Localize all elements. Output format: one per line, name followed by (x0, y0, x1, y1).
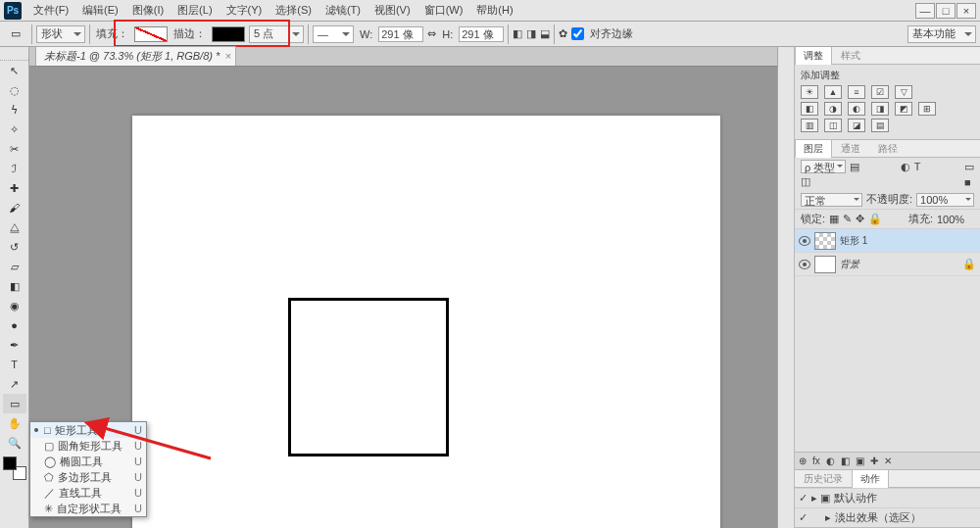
eraser-tool[interactable]: ▱ (3, 257, 26, 276)
adj-levels-icon[interactable]: ▲ (824, 85, 842, 99)
path-op-1-icon[interactable]: ◧ (513, 27, 522, 40)
flyout-custom-shape[interactable]: ✳ 自定形状工具 U (30, 501, 146, 516)
height-input[interactable]: 291 像 (459, 26, 504, 42)
layer-row[interactable]: 矩形 1 (795, 229, 980, 253)
tab-history[interactable]: 历史记录 (795, 469, 852, 488)
adj-icon[interactable]: ◐ (848, 102, 865, 116)
adj-icon[interactable]: ◧ (801, 102, 818, 116)
path-op-3-icon[interactable]: ⬓ (540, 27, 550, 40)
type-tool[interactable]: T (3, 355, 26, 374)
fx-icon[interactable]: fx (812, 456, 820, 466)
shape-mode-dropdown[interactable]: 形状 (36, 25, 85, 43)
close-tab-icon[interactable]: × (225, 50, 231, 62)
action-row[interactable]: ✓ ▸ ▣ 默认动作 (795, 488, 980, 507)
eyedropper-tool[interactable]: ℐ (3, 159, 26, 178)
adj-icon[interactable]: ▥ (801, 119, 818, 132)
adj-exposure-icon[interactable]: ☑ (871, 85, 889, 99)
fg-color-swatch[interactable] (3, 456, 17, 470)
tab-actions[interactable]: 动作 (852, 469, 889, 488)
menu-help[interactable]: 帮助(H) (470, 1, 518, 20)
visibility-icon[interactable] (799, 260, 810, 269)
adj-icon[interactable]: ◨ (871, 102, 889, 116)
align-edges-checkbox[interactable] (571, 27, 584, 40)
flyout-rounded-rect[interactable]: ▢ 圆角矩形工具 U (30, 438, 146, 454)
fill-swatch[interactable] (134, 26, 168, 42)
wand-tool[interactable]: ✧ (3, 120, 26, 139)
stamp-tool[interactable]: ⧋ (3, 217, 26, 237)
menu-type[interactable]: 文字(Y) (220, 1, 269, 20)
action-row[interactable]: ✓ ▸ 淡出效果（选区） (795, 507, 980, 527)
adj-vibrance-icon[interactable]: ▽ (895, 85, 912, 99)
fill-opacity-input[interactable]: 100% (937, 214, 974, 225)
flyout-line[interactable]: ／ 直线工具 U (30, 485, 146, 501)
filter-adjust-icon[interactable]: ◐ (901, 161, 910, 173)
hand-tool[interactable]: ✋ (3, 413, 26, 433)
lasso-tool[interactable]: ϟ (3, 100, 26, 120)
adj-icon[interactable]: ▤ (871, 119, 889, 132)
layer-thumb[interactable] (814, 232, 836, 250)
delete-layer-icon[interactable]: ✕ (884, 456, 892, 466)
layer-thumb[interactable] (814, 256, 836, 273)
adj-icon[interactable]: ◩ (895, 102, 912, 116)
adj-icon[interactable]: ◫ (824, 119, 842, 132)
flyout-rectangle[interactable]: □ 矩形工具 U (30, 422, 146, 438)
menu-edit[interactable]: 编辑(E) (76, 1, 124, 20)
tab-layers[interactable]: 图层 (795, 139, 832, 158)
dock-strip[interactable] (778, 47, 794, 528)
adj-curves-icon[interactable]: ≡ (848, 85, 865, 99)
marquee-tool[interactable]: ◌ (3, 80, 26, 100)
minimize-button[interactable]: — (915, 3, 935, 19)
opacity-input[interactable]: 100% (916, 193, 974, 207)
filter-toggle[interactable]: ■ (964, 176, 974, 188)
lock-pixels-icon[interactable]: ▦ (829, 213, 839, 225)
new-layer-icon[interactable]: ✚ (870, 456, 878, 466)
menu-window[interactable]: 窗口(W) (418, 1, 469, 20)
heal-tool[interactable]: ✚ (3, 178, 26, 198)
zoom-tool[interactable]: 🔍 (3, 433, 26, 453)
flyout-polygon[interactable]: ⬠ 多边形工具 U (30, 469, 146, 485)
color-control[interactable] (3, 456, 26, 480)
path-op-2-icon[interactable]: ◨ (526, 27, 536, 40)
pen-tool[interactable]: ✒ (3, 335, 26, 355)
menu-layer[interactable]: 图层(L) (172, 1, 218, 20)
tool-preset-icon[interactable]: ▭ (4, 24, 27, 44)
shape-tool[interactable]: ▭ (3, 394, 26, 413)
link-icon[interactable]: ⇔ (427, 27, 436, 40)
workspace-switcher[interactable]: 基本功能 (907, 25, 976, 43)
canvas[interactable] (132, 116, 720, 528)
adj-icon[interactable]: ◑ (824, 102, 842, 116)
flyout-ellipse[interactable]: ◯ 椭圆工具 U (30, 454, 146, 469)
blur-tool[interactable]: ◉ (3, 296, 26, 315)
lock-paint-icon[interactable]: ✎ (843, 213, 852, 225)
maximize-button[interactable]: □ (936, 3, 956, 19)
lock-pos-icon[interactable]: ✥ (856, 213, 864, 225)
tab-styles[interactable]: 样式 (832, 46, 869, 65)
tab-adjustments[interactable]: 调整 (795, 46, 832, 65)
path-select-tool[interactable]: ↗ (3, 374, 26, 394)
menu-view[interactable]: 视图(V) (368, 1, 416, 20)
filter-shape-icon[interactable]: ▭ (964, 161, 974, 173)
move-tool[interactable]: ↖ (3, 61, 26, 80)
menu-image[interactable]: 图像(I) (126, 1, 170, 20)
mask-icon[interactable]: ◐ (826, 456, 835, 466)
brush-tool[interactable]: 🖌 (3, 198, 26, 217)
filter-type-icon[interactable]: T (914, 161, 960, 172)
lock-all-icon[interactable]: 🔒 (868, 213, 882, 225)
adj-brightness-icon[interactable]: ☀ (801, 85, 818, 99)
stroke-swatch[interactable] (212, 26, 245, 42)
group-icon[interactable]: ▣ (856, 456, 864, 466)
dodge-tool[interactable]: ● (3, 315, 26, 335)
menu-select[interactable]: 选择(S) (270, 1, 318, 20)
layer-name[interactable]: 背景 (840, 258, 859, 271)
history-brush-tool[interactable]: ↺ (3, 237, 26, 257)
tab-channels[interactable]: 通道 (832, 139, 869, 158)
tab-paths[interactable]: 路径 (869, 139, 906, 158)
filter-pixels-icon[interactable]: ▤ (850, 161, 896, 173)
layer-name[interactable]: 矩形 1 (840, 234, 867, 248)
close-button[interactable]: × (956, 3, 976, 19)
adjustment-layer-icon[interactable]: ◧ (841, 456, 850, 466)
visibility-icon[interactable] (799, 236, 810, 246)
gradient-tool[interactable]: ◧ (3, 276, 26, 296)
rectangle-shape[interactable] (288, 298, 449, 456)
doc-tab[interactable]: 未标题-1 @ 73.3% (矩形 1, RGB/8) * × (35, 46, 236, 66)
